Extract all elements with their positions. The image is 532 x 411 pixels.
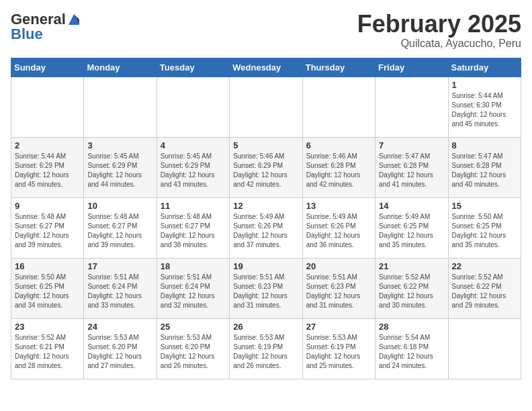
title-area: February 2025 Quilcata, Ayacucho, Peru xyxy=(357,11,521,50)
day-number: 24 xyxy=(87,322,152,332)
day-number: 14 xyxy=(379,201,444,211)
calendar-cell: 17Sunrise: 5:51 AM Sunset: 6:24 PM Dayli… xyxy=(84,258,157,318)
day-info: Sunrise: 5:53 AM Sunset: 6:19 PM Dayligh… xyxy=(306,333,371,371)
calendar-cell xyxy=(448,318,521,379)
day-number: 7 xyxy=(379,140,444,150)
calendar-cell: 27Sunrise: 5:53 AM Sunset: 6:19 PM Dayli… xyxy=(302,318,375,379)
calendar-week-row: 2Sunrise: 5:44 AM Sunset: 6:29 PM Daylig… xyxy=(11,137,521,197)
day-info: Sunrise: 5:51 AM Sunset: 6:23 PM Dayligh… xyxy=(306,273,371,310)
day-number: 6 xyxy=(306,140,371,150)
day-info: Sunrise: 5:50 AM Sunset: 6:25 PM Dayligh… xyxy=(452,212,517,250)
calendar-cell: 12Sunrise: 5:49 AM Sunset: 6:26 PM Dayli… xyxy=(230,197,302,258)
calendar-cell: 2Sunrise: 5:44 AM Sunset: 6:29 PM Daylig… xyxy=(11,137,84,197)
calendar-cell xyxy=(302,77,375,137)
day-number: 15 xyxy=(452,201,517,211)
day-info: Sunrise: 5:53 AM Sunset: 6:20 PM Dayligh… xyxy=(87,333,152,371)
day-header-monday: Monday xyxy=(84,58,157,77)
calendar-cell: 21Sunrise: 5:52 AM Sunset: 6:22 PM Dayli… xyxy=(375,258,448,318)
calendar-cell: 16Sunrise: 5:50 AM Sunset: 6:25 PM Dayli… xyxy=(11,258,84,318)
calendar-cell xyxy=(230,77,302,137)
day-info: Sunrise: 5:46 AM Sunset: 6:29 PM Dayligh… xyxy=(233,152,298,189)
header: General Blue February 2025 Quilcata, Aya… xyxy=(11,11,521,50)
calendar-cell: 5Sunrise: 5:46 AM Sunset: 6:29 PM Daylig… xyxy=(230,137,302,197)
day-number: 19 xyxy=(233,261,298,271)
day-header-saturday: Saturday xyxy=(448,58,521,77)
day-info: Sunrise: 5:52 AM Sunset: 6:22 PM Dayligh… xyxy=(379,273,444,310)
day-header-sunday: Sunday xyxy=(11,58,84,77)
day-number: 11 xyxy=(161,201,226,211)
calendar-cell: 20Sunrise: 5:51 AM Sunset: 6:23 PM Dayli… xyxy=(302,258,375,318)
day-header-tuesday: Tuesday xyxy=(157,58,229,77)
calendar-cell: 22Sunrise: 5:52 AM Sunset: 6:22 PM Dayli… xyxy=(448,258,521,318)
day-info: Sunrise: 5:54 AM Sunset: 6:18 PM Dayligh… xyxy=(379,333,444,371)
day-info: Sunrise: 5:51 AM Sunset: 6:24 PM Dayligh… xyxy=(161,273,226,310)
day-number: 22 xyxy=(452,261,517,271)
day-info: Sunrise: 5:51 AM Sunset: 6:24 PM Dayligh… xyxy=(87,273,152,310)
day-info: Sunrise: 5:50 AM Sunset: 6:25 PM Dayligh… xyxy=(15,273,80,310)
day-info: Sunrise: 5:53 AM Sunset: 6:19 PM Dayligh… xyxy=(233,333,298,371)
day-info: Sunrise: 5:48 AM Sunset: 6:27 PM Dayligh… xyxy=(87,212,152,250)
day-number: 23 xyxy=(15,322,80,332)
day-header-friday: Friday xyxy=(375,58,448,77)
logo-icon xyxy=(67,13,81,26)
day-number: 17 xyxy=(87,261,152,271)
day-info: Sunrise: 5:53 AM Sunset: 6:20 PM Dayligh… xyxy=(161,333,226,371)
day-number: 13 xyxy=(306,201,371,211)
calendar-cell: 3Sunrise: 5:45 AM Sunset: 6:29 PM Daylig… xyxy=(84,137,157,197)
day-info: Sunrise: 5:47 AM Sunset: 6:28 PM Dayligh… xyxy=(379,152,444,189)
day-info: Sunrise: 5:52 AM Sunset: 6:21 PM Dayligh… xyxy=(15,333,80,371)
calendar-week-row: 23Sunrise: 5:52 AM Sunset: 6:21 PM Dayli… xyxy=(11,318,521,379)
day-info: Sunrise: 5:49 AM Sunset: 6:26 PM Dayligh… xyxy=(306,212,371,250)
calendar-cell: 1Sunrise: 5:44 AM Sunset: 6:30 PM Daylig… xyxy=(448,77,521,137)
calendar-cell: 9Sunrise: 5:48 AM Sunset: 6:27 PM Daylig… xyxy=(11,197,84,258)
day-number: 16 xyxy=(15,261,80,271)
calendar-cell: 8Sunrise: 5:47 AM Sunset: 6:28 PM Daylig… xyxy=(448,137,521,197)
calendar-cell: 4Sunrise: 5:45 AM Sunset: 6:29 PM Daylig… xyxy=(157,137,229,197)
calendar-cell xyxy=(157,77,229,137)
day-number: 5 xyxy=(233,140,298,150)
calendar-table: SundayMondayTuesdayWednesdayThursdayFrid… xyxy=(11,58,521,379)
calendar-cell xyxy=(375,77,448,137)
day-info: Sunrise: 5:44 AM Sunset: 6:30 PM Dayligh… xyxy=(452,91,517,129)
day-info: Sunrise: 5:49 AM Sunset: 6:25 PM Dayligh… xyxy=(379,212,444,250)
day-info: Sunrise: 5:48 AM Sunset: 6:27 PM Dayligh… xyxy=(15,212,80,250)
day-number: 27 xyxy=(306,322,371,332)
day-number: 20 xyxy=(306,261,371,271)
day-info: Sunrise: 5:47 AM Sunset: 6:28 PM Dayligh… xyxy=(452,152,517,189)
day-info: Sunrise: 5:48 AM Sunset: 6:27 PM Dayligh… xyxy=(161,212,226,250)
day-number: 4 xyxy=(161,140,226,150)
day-number: 12 xyxy=(233,201,298,211)
day-info: Sunrise: 5:45 AM Sunset: 6:29 PM Dayligh… xyxy=(161,152,226,189)
day-number: 18 xyxy=(161,261,226,271)
calendar-cell: 14Sunrise: 5:49 AM Sunset: 6:25 PM Dayli… xyxy=(375,197,448,258)
day-number: 2 xyxy=(15,140,80,150)
calendar-week-row: 1Sunrise: 5:44 AM Sunset: 6:30 PM Daylig… xyxy=(11,77,521,137)
day-number: 1 xyxy=(452,80,517,90)
calendar-cell: 25Sunrise: 5:53 AM Sunset: 6:20 PM Dayli… xyxy=(157,318,229,379)
day-header-thursday: Thursday xyxy=(302,58,375,77)
calendar-cell: 6Sunrise: 5:46 AM Sunset: 6:28 PM Daylig… xyxy=(302,137,375,197)
calendar-cell: 28Sunrise: 5:54 AM Sunset: 6:18 PM Dayli… xyxy=(375,318,448,379)
calendar-cell: 24Sunrise: 5:53 AM Sunset: 6:20 PM Dayli… xyxy=(84,318,157,379)
day-header-wednesday: Wednesday xyxy=(230,58,302,77)
calendar-cell: 11Sunrise: 5:48 AM Sunset: 6:27 PM Dayli… xyxy=(157,197,229,258)
calendar-week-row: 16Sunrise: 5:50 AM Sunset: 6:25 PM Dayli… xyxy=(11,258,521,318)
day-number: 28 xyxy=(379,322,444,332)
location-title: Quilcata, Ayacucho, Peru xyxy=(357,38,521,50)
day-info: Sunrise: 5:49 AM Sunset: 6:26 PM Dayligh… xyxy=(233,212,298,250)
calendar-cell xyxy=(11,77,84,137)
day-number: 3 xyxy=(87,140,152,150)
calendar-header-row: SundayMondayTuesdayWednesdayThursdayFrid… xyxy=(11,58,521,77)
logo: General Blue xyxy=(11,11,81,43)
day-number: 8 xyxy=(452,140,517,150)
day-number: 21 xyxy=(379,261,444,271)
day-info: Sunrise: 5:52 AM Sunset: 6:22 PM Dayligh… xyxy=(452,273,517,310)
calendar-cell: 19Sunrise: 5:51 AM Sunset: 6:23 PM Dayli… xyxy=(230,258,302,318)
calendar-cell xyxy=(84,77,157,137)
calendar-cell: 18Sunrise: 5:51 AM Sunset: 6:24 PM Dayli… xyxy=(157,258,229,318)
calendar-cell: 7Sunrise: 5:47 AM Sunset: 6:28 PM Daylig… xyxy=(375,137,448,197)
day-info: Sunrise: 5:51 AM Sunset: 6:23 PM Dayligh… xyxy=(233,273,298,310)
day-info: Sunrise: 5:46 AM Sunset: 6:28 PM Dayligh… xyxy=(306,152,371,189)
day-info: Sunrise: 5:44 AM Sunset: 6:29 PM Dayligh… xyxy=(15,152,80,189)
day-info: Sunrise: 5:45 AM Sunset: 6:29 PM Dayligh… xyxy=(87,152,152,189)
